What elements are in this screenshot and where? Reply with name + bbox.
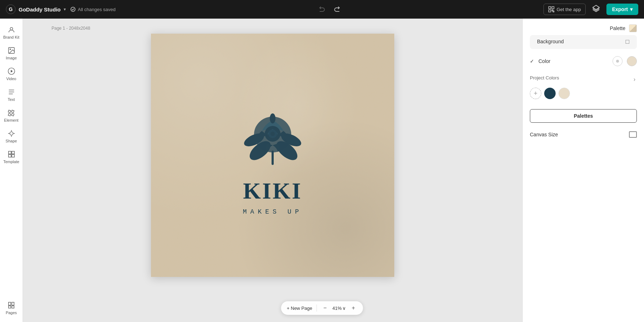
svg-rect-28 [272, 151, 274, 165]
shape-icon [8, 130, 15, 137]
canvas-content: KIKI MAKES UP [151, 34, 394, 277]
new-page-button[interactable]: + New Page [287, 306, 312, 311]
text-icon [8, 88, 15, 96]
canvas-size-label: Canvas Size [530, 132, 558, 137]
canvas-area[interactable]: Page 1 - 2048x2048 [23, 19, 522, 322]
zoom-value[interactable]: 41% ∨ [331, 305, 347, 312]
main-layout: Brand Kit Image Video Text Element Shape… [0, 19, 644, 322]
godaddy-logo-icon: G [6, 4, 16, 14]
right-panel: Palette Background ◻ ✓ Color Project Col… [522, 19, 644, 322]
pages-icon [8, 301, 15, 309]
zoom-chevron-icon: ∨ [342, 306, 346, 311]
sidebar-item-shape[interactable]: Shape [1, 127, 21, 146]
brand-kit-icon [8, 26, 15, 34]
color-label: Color [538, 58, 608, 64]
get-app-button[interactable]: Get the app [543, 4, 586, 15]
svg-rect-25 [11, 306, 14, 308]
redo-icon [333, 6, 340, 13]
svg-rect-5 [548, 10, 551, 12]
project-colors-expand-button[interactable]: › [632, 75, 637, 84]
svg-rect-22 [8, 302, 10, 305]
element-icon [8, 109, 15, 117]
canvas-size-row: Canvas Size [523, 127, 644, 142]
empty-color-dot [616, 60, 619, 63]
eraser-icon[interactable]: ◻ [625, 38, 630, 45]
svg-rect-4 [552, 7, 554, 9]
rose-svg [233, 95, 312, 174]
image-icon [8, 47, 15, 54]
saved-icon [70, 6, 76, 12]
undo-icon [319, 6, 326, 13]
svg-rect-7 [553, 11, 554, 12]
svg-rect-24 [8, 306, 10, 308]
sidebar-item-text[interactable]: Text [1, 85, 21, 104]
save-status: All changes saved [70, 6, 116, 12]
sidebar-item-video[interactable]: Video [1, 64, 21, 84]
sidebar-item-image[interactable]: Image [1, 44, 21, 63]
logo[interactable]: G GoDaddy Studio ▾ [6, 4, 66, 14]
template-icon [8, 150, 15, 158]
palettes-button[interactable]: Palettes [530, 109, 637, 123]
svg-rect-23 [11, 302, 14, 305]
background-label: Background [537, 39, 564, 44]
palette-icon[interactable] [629, 24, 637, 32]
palettes-btn-row: Palettes [523, 105, 644, 127]
undo-redo-group [317, 4, 342, 15]
canvas-frame[interactable]: KIKI MAKES UP [151, 34, 394, 277]
color-swatch-cream-swatch[interactable] [558, 88, 570, 99]
zoom-controls: − 41% ∨ + [321, 304, 357, 312]
svg-point-17 [10, 132, 13, 135]
zoom-in-button[interactable]: + [350, 304, 357, 312]
brand-title: KIKI [243, 180, 302, 203]
color-checkmark-icon: ✓ [530, 58, 534, 64]
palette-section: Palette [523, 19, 644, 35]
sidebar-item-element[interactable]: Element [1, 106, 21, 125]
left-sidebar: Brand Kit Image Video Text Element Shape… [0, 19, 23, 322]
logo-chevron-icon[interactable]: ▾ [64, 7, 66, 12]
topbar-right: Get the app Export ▾ [543, 3, 638, 16]
color-swatch-cream[interactable] [627, 56, 637, 66]
zoom-out-button[interactable]: − [321, 304, 329, 312]
topbar: G GoDaddy Studio ▾ All changes saved [0, 0, 644, 19]
layers-button[interactable] [590, 3, 602, 16]
rose-illustration [233, 95, 312, 174]
color-row: ✓ Color [523, 52, 644, 70]
svg-text:G: G [9, 6, 13, 12]
svg-marker-13 [11, 70, 13, 72]
svg-rect-18 [8, 151, 11, 154]
project-colors-label: Project Colors [530, 75, 559, 80]
bottom-toolbar: + New Page − 41% ∨ + [281, 301, 363, 315]
svg-rect-21 [11, 155, 14, 157]
color-swatches-row: + [530, 88, 637, 99]
sidebar-item-brand-kit[interactable]: Brand Kit [1, 23, 21, 42]
svg-rect-20 [8, 155, 11, 157]
svg-rect-19 [11, 151, 14, 154]
undo-button[interactable] [317, 4, 328, 15]
app-name: GoDaddy Studio [19, 6, 61, 13]
project-colors-section: Project Colors › + [523, 70, 644, 105]
qr-code-icon [548, 6, 555, 13]
sidebar-item-pages[interactable]: Pages [1, 298, 21, 318]
svg-point-34 [270, 132, 275, 136]
layers-icon [592, 5, 600, 13]
video-icon [8, 67, 15, 75]
palette-label: Palette [610, 25, 625, 31]
export-chevron-icon: ▾ [630, 6, 633, 12]
svg-rect-3 [548, 7, 551, 9]
svg-point-11 [10, 49, 11, 50]
page-label: Page 1 - 2048x2048 [52, 26, 90, 31]
svg-point-35 [270, 113, 275, 123]
add-color-button[interactable]: + [530, 88, 541, 99]
redo-button[interactable] [331, 4, 342, 15]
toolbar-divider [317, 304, 317, 312]
background-section: Background ◻ [530, 35, 637, 49]
canvas-wrapper[interactable]: KIKI MAKES UP [151, 34, 394, 277]
canvas-size-icon[interactable] [629, 131, 637, 138]
color-swatch-dark-teal[interactable] [544, 88, 556, 99]
color-swatch-empty[interactable] [613, 56, 623, 66]
svg-point-9 [10, 28, 13, 30]
export-button[interactable]: Export ▾ [606, 4, 638, 15]
topbar-left: G GoDaddy Studio ▾ All changes saved [6, 4, 116, 14]
sidebar-item-template[interactable]: Template [1, 147, 21, 167]
topbar-center [317, 4, 342, 15]
